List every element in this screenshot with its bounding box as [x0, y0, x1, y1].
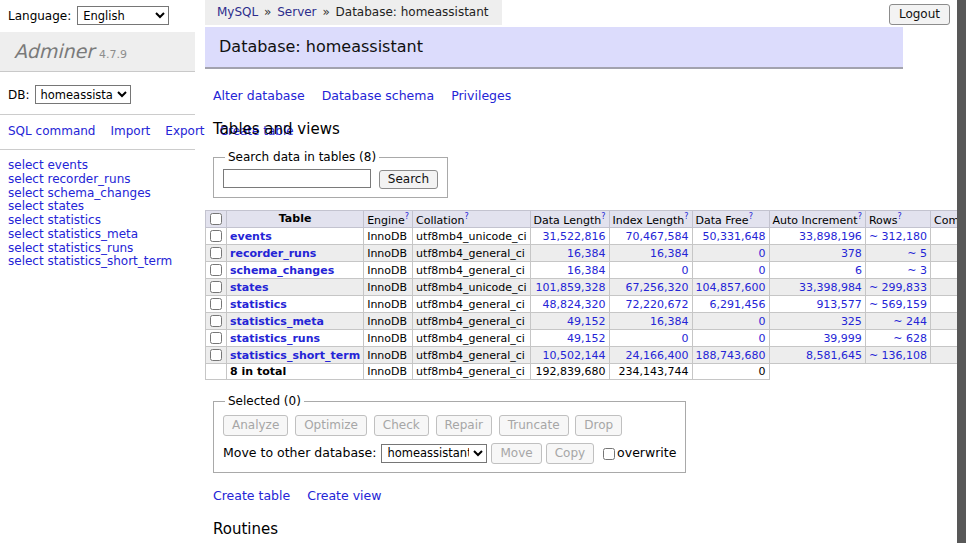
sidebar-select-statistics-meta[interactable]: select statistics_meta: [8, 228, 187, 241]
alter-database-link[interactable]: Alter database: [213, 88, 305, 103]
auto-increment-link[interactable]: 913,577: [816, 298, 862, 311]
sidebar-select-schema-changes[interactable]: select schema_changes: [8, 187, 187, 200]
data-length-link[interactable]: 31,522,816: [543, 230, 606, 243]
table-name-link[interactable]: statistics_short_term: [230, 349, 360, 362]
drop-button[interactable]: Drop: [575, 415, 622, 436]
sidebar-select-statistics[interactable]: select statistics: [8, 214, 187, 227]
row-checkbox[interactable]: [210, 315, 222, 327]
row-checkbox[interactable]: [210, 332, 222, 344]
move-button[interactable]: Move: [491, 443, 541, 464]
table-name-link[interactable]: recorder_runs: [230, 247, 316, 260]
data-free-link[interactable]: 6,291,456: [710, 298, 766, 311]
data-free-link[interactable]: 0: [759, 315, 766, 328]
select-all-checkbox[interactable]: [210, 213, 222, 225]
data-length-link[interactable]: 49,152: [567, 315, 606, 328]
row-checkbox[interactable]: [210, 349, 222, 361]
auto-increment-link[interactable]: 6: [855, 264, 862, 277]
index-length-link[interactable]: 70,467,584: [626, 230, 689, 243]
data-length-link[interactable]: 48,824,320: [543, 298, 606, 311]
data-free-link[interactable]: 188,743,680: [696, 349, 766, 362]
data-length-link[interactable]: 101,859,328: [536, 281, 606, 294]
help-icon[interactable]: ?: [464, 212, 468, 221]
breadcrumb-server-link[interactable]: Server: [277, 5, 316, 19]
auto-increment-link[interactable]: 33,898,196: [799, 230, 862, 243]
index-length-link[interactable]: 0: [682, 264, 689, 277]
sidebar-select-states[interactable]: select states: [8, 200, 187, 213]
search-input[interactable]: [223, 169, 371, 188]
sidebar-select-events[interactable]: select events: [8, 159, 187, 172]
rows-count-link[interactable]: ~ 5: [907, 247, 927, 260]
truncate-button[interactable]: Truncate: [499, 415, 569, 436]
create-table-link[interactable]: Create table: [213, 488, 290, 503]
table-name-link[interactable]: statistics_meta: [230, 315, 324, 328]
data-length-link[interactable]: 16,384: [567, 264, 606, 277]
sidebar-select-recorder-runs[interactable]: select recorder_runs: [8, 173, 187, 186]
repair-button[interactable]: Repair: [436, 415, 492, 436]
sidebar-link-import[interactable]: Import: [110, 124, 150, 138]
db-select[interactable]: homeassistant: [35, 85, 131, 104]
index-length-link[interactable]: 72,220,672: [626, 298, 689, 311]
auto-increment-link[interactable]: 325: [841, 315, 862, 328]
index-length-link[interactable]: 0: [682, 332, 689, 345]
sidebar-link-export[interactable]: Export: [165, 124, 204, 138]
data-length-link[interactable]: 10,502,144: [543, 349, 606, 362]
sidebar-link-sql-command[interactable]: SQL command: [8, 124, 95, 138]
data-free-link[interactable]: 0: [759, 264, 766, 277]
table-name-link[interactable]: statistics_runs: [230, 332, 320, 345]
overwrite-checkbox[interactable]: [603, 448, 615, 460]
index-length-link[interactable]: 16,384: [650, 315, 689, 328]
table-name-cell: recorder_runs: [227, 245, 364, 262]
create-view-link[interactable]: Create view: [307, 488, 381, 503]
help-icon[interactable]: ?: [405, 212, 409, 221]
search-button[interactable]: Search: [379, 170, 438, 189]
help-icon[interactable]: ?: [601, 212, 605, 221]
optimize-button[interactable]: Optimize: [295, 415, 367, 436]
privileges-link[interactable]: Privileges: [451, 88, 511, 103]
sidebar-select-statistics-short-term[interactable]: select statistics_short_term: [8, 255, 187, 268]
rows-count-link[interactable]: ~ 299,833: [869, 281, 927, 294]
sidebar-select-statistics-runs[interactable]: select statistics_runs: [8, 242, 187, 255]
rows-count-link[interactable]: ~ 244: [893, 315, 927, 328]
auto-increment-link[interactable]: 33,398,984: [799, 281, 862, 294]
move-database-select[interactable]: homeassistant: [381, 444, 487, 463]
rows-count-link[interactable]: ~ 569,159: [869, 298, 927, 311]
table-name-link[interactable]: events: [230, 230, 272, 243]
rows-count-link[interactable]: ~ 628: [893, 332, 927, 345]
rows-count-link[interactable]: ~ 312,180: [869, 230, 927, 243]
analyze-button[interactable]: Analyze: [223, 415, 288, 436]
breadcrumb-mysql-link[interactable]: MySQL: [217, 5, 258, 19]
help-icon[interactable]: ?: [684, 212, 688, 221]
table-name-link[interactable]: states: [230, 281, 269, 294]
language-select[interactable]: English: [77, 6, 169, 25]
data-free-link[interactable]: 50,331,648: [703, 230, 766, 243]
copy-button[interactable]: Copy: [546, 443, 594, 464]
help-icon[interactable]: ?: [897, 212, 901, 221]
database-schema-link[interactable]: Database schema: [322, 88, 434, 103]
data-length-link[interactable]: 16,384: [567, 247, 606, 260]
row-checkbox[interactable]: [210, 247, 222, 259]
data-free-link[interactable]: 0: [759, 332, 766, 345]
row-checkbox[interactable]: [210, 281, 222, 293]
rows-count-link[interactable]: ~ 3: [907, 264, 927, 277]
index-length-link[interactable]: 16,384: [650, 247, 689, 260]
help-icon[interactable]: ?: [749, 212, 753, 221]
vertical-scrollbar[interactable]: [957, 0, 966, 543]
row-checkbox[interactable]: [210, 264, 222, 276]
row-checkbox[interactable]: [210, 230, 222, 242]
collation-cell: utf8mb4_unicode_ci: [413, 228, 530, 245]
rows-count-link[interactable]: ~ 136,108: [869, 349, 927, 362]
auto-increment-link[interactable]: 378: [841, 247, 862, 260]
data-free-link[interactable]: 0: [759, 247, 766, 260]
auto-increment-link[interactable]: 39,999: [823, 332, 862, 345]
help-icon[interactable]: ?: [858, 212, 862, 221]
auto-increment-link[interactable]: 8,581,645: [806, 349, 862, 362]
logout-button[interactable]: Logout: [889, 4, 950, 25]
index-length-link[interactable]: 24,166,400: [626, 349, 689, 362]
table-name-link[interactable]: schema_changes: [230, 264, 334, 277]
data-free-link[interactable]: 104,857,600: [696, 281, 766, 294]
data-length-link[interactable]: 49,152: [567, 332, 606, 345]
index-length-link[interactable]: 67,256,320: [626, 281, 689, 294]
row-checkbox[interactable]: [210, 298, 222, 310]
table-name-link[interactable]: statistics: [230, 298, 287, 311]
check-button[interactable]: Check: [374, 415, 429, 436]
